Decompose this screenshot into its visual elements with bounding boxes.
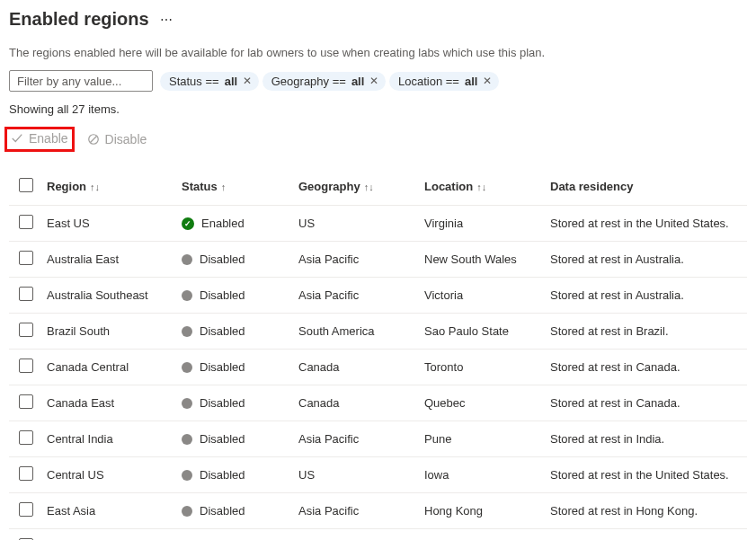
sort-icon: ↑↓ bbox=[476, 181, 486, 192]
row-checkbox[interactable] bbox=[19, 215, 33, 229]
cell-residency: Stored at rest in Australia. bbox=[545, 242, 747, 278]
cell-region: Central US bbox=[41, 457, 176, 493]
status-enabled-icon bbox=[182, 217, 194, 230]
cell-geography: Asia Pacific bbox=[293, 278, 419, 314]
prohibit-icon bbox=[87, 133, 100, 146]
filter-input[interactable] bbox=[9, 70, 153, 92]
cell-location: New South Wales bbox=[419, 242, 545, 278]
table-row[interactable]: Central IndiaDisabledAsia PacificPuneSto… bbox=[9, 421, 747, 457]
cell-residency: Stored at rest in the United States. bbox=[545, 457, 747, 493]
filter-pill[interactable]: Status == all✕ bbox=[160, 72, 259, 91]
select-all-checkbox[interactable] bbox=[19, 178, 33, 192]
disable-button[interactable]: Disable bbox=[87, 132, 147, 146]
table-row[interactable]: Brazil SouthDisabledSouth AmericaSao Pau… bbox=[9, 314, 747, 350]
cell-residency: Stored at rest in Australia. bbox=[545, 278, 747, 314]
pill-key: Status == bbox=[169, 75, 219, 88]
cell-geography: Asia Pacific bbox=[293, 493, 419, 529]
row-checkbox[interactable] bbox=[19, 394, 33, 409]
table-row[interactable]: Australia SoutheastDisabledAsia PacificV… bbox=[9, 278, 747, 314]
cell-status: Disabled bbox=[182, 324, 288, 338]
col-location-header[interactable]: Location↑↓ bbox=[419, 168, 545, 206]
table-row[interactable]: Central USDisabledUSIowaStored at rest i… bbox=[9, 457, 747, 493]
row-checkbox[interactable] bbox=[19, 359, 33, 373]
cell-region: East US bbox=[41, 206, 176, 242]
check-icon bbox=[11, 132, 23, 145]
pill-key: Location == bbox=[398, 75, 459, 88]
status-disabled-icon bbox=[182, 434, 192, 445]
page-description: The regions enabled here will be availab… bbox=[9, 46, 747, 59]
cell-location: Toronto bbox=[419, 350, 545, 385]
table-row[interactable]: East US 2DisabledUSVirginiaStored at res… bbox=[9, 529, 747, 541]
cell-status: Disabled bbox=[182, 468, 288, 482]
col-status-header[interactable]: Status↑ bbox=[176, 168, 293, 206]
cell-location: Victoria bbox=[419, 278, 545, 314]
col-geography-header[interactable]: Geography↑↓ bbox=[293, 168, 419, 206]
cell-region: Brazil South bbox=[41, 314, 176, 350]
cell-location: Virginia bbox=[419, 206, 545, 242]
close-icon[interactable]: ✕ bbox=[243, 75, 252, 87]
col-residency-header[interactable]: Data residency bbox=[545, 168, 747, 206]
cell-status: Disabled bbox=[182, 396, 288, 410]
table-row[interactable]: Australia EastDisabledAsia PacificNew So… bbox=[9, 242, 747, 278]
cell-status: Enabled bbox=[182, 217, 288, 230]
pill-value: all bbox=[225, 75, 237, 88]
pill-key: Geography == bbox=[271, 75, 346, 88]
filter-pill[interactable]: Location == all✕ bbox=[389, 72, 499, 91]
cell-location: Quebec bbox=[419, 385, 545, 421]
cell-geography: Canada bbox=[293, 385, 419, 421]
close-icon[interactable]: ✕ bbox=[483, 75, 492, 87]
row-checkbox[interactable] bbox=[19, 502, 33, 517]
cell-geography: US bbox=[293, 529, 419, 541]
cell-geography: Canada bbox=[293, 350, 419, 385]
cell-location: Hong Kong bbox=[419, 493, 545, 529]
row-checkbox[interactable] bbox=[19, 251, 33, 265]
sort-asc-icon: ↑ bbox=[221, 181, 227, 192]
cell-region: Canada Central bbox=[41, 350, 176, 385]
svg-line-1 bbox=[90, 137, 96, 143]
pill-value: all bbox=[351, 75, 364, 88]
row-checkbox[interactable] bbox=[19, 287, 33, 301]
cell-residency: Stored at rest in Canada. bbox=[545, 350, 747, 385]
cell-status: Disabled bbox=[182, 360, 288, 374]
filter-pill[interactable]: Geography == all✕ bbox=[262, 72, 387, 91]
cell-region: East US 2 bbox=[41, 529, 176, 541]
cell-status: Disabled bbox=[182, 252, 288, 266]
cell-residency: Stored at rest in India. bbox=[545, 421, 747, 457]
table-row[interactable]: Canada EastDisabledCanadaQuebecStored at… bbox=[9, 385, 747, 421]
status-disabled-icon bbox=[182, 506, 192, 517]
cell-residency: Stored at rest in Canada. bbox=[545, 385, 747, 421]
col-region-header[interactable]: Region↑↓ bbox=[41, 168, 176, 206]
cell-status: Disabled bbox=[182, 504, 288, 518]
page-title: Enabled regions bbox=[9, 9, 149, 30]
table-row[interactable]: East AsiaDisabledAsia PacificHong KongSt… bbox=[9, 493, 747, 529]
cell-region: Central India bbox=[41, 421, 176, 457]
row-checkbox[interactable] bbox=[19, 430, 33, 445]
cell-location: Iowa bbox=[419, 457, 545, 493]
cell-location: Sao Paulo State bbox=[419, 314, 545, 350]
cell-region: Australia East bbox=[41, 242, 176, 278]
filter-row: Status == all✕ Geography == all✕ Locatio… bbox=[9, 70, 747, 92]
row-checkbox[interactable] bbox=[19, 323, 33, 337]
cell-status: Disabled bbox=[182, 432, 288, 446]
cell-region: Australia Southeast bbox=[41, 278, 176, 314]
regions-table: Region↑↓ Status↑ Geography↑↓ Location↑↓ … bbox=[9, 168, 747, 540]
more-icon[interactable]: ⋯ bbox=[160, 13, 173, 27]
close-icon[interactable]: ✕ bbox=[369, 75, 378, 87]
pill-value: all bbox=[465, 75, 477, 88]
status-disabled-icon bbox=[182, 290, 192, 301]
row-checkbox[interactable] bbox=[19, 466, 33, 481]
cell-geography: Asia Pacific bbox=[293, 242, 419, 278]
enable-label: Enable bbox=[29, 131, 68, 146]
sort-icon: ↑↓ bbox=[90, 181, 100, 192]
status-disabled-icon bbox=[182, 326, 192, 337]
item-count: Showing all 27 items. bbox=[9, 102, 747, 116]
cell-geography: South America bbox=[293, 314, 419, 350]
table-row[interactable]: East USEnabledUSVirginiaStored at rest i… bbox=[9, 206, 747, 242]
status-disabled-icon bbox=[182, 254, 192, 265]
cell-status: Disabled bbox=[182, 288, 288, 302]
table-row[interactable]: Canada CentralDisabledCanadaTorontoStore… bbox=[9, 350, 747, 385]
cell-geography: US bbox=[293, 206, 419, 242]
cell-region: East Asia bbox=[41, 493, 176, 529]
status-disabled-icon bbox=[182, 398, 192, 409]
enable-button[interactable]: Enable bbox=[11, 131, 68, 146]
